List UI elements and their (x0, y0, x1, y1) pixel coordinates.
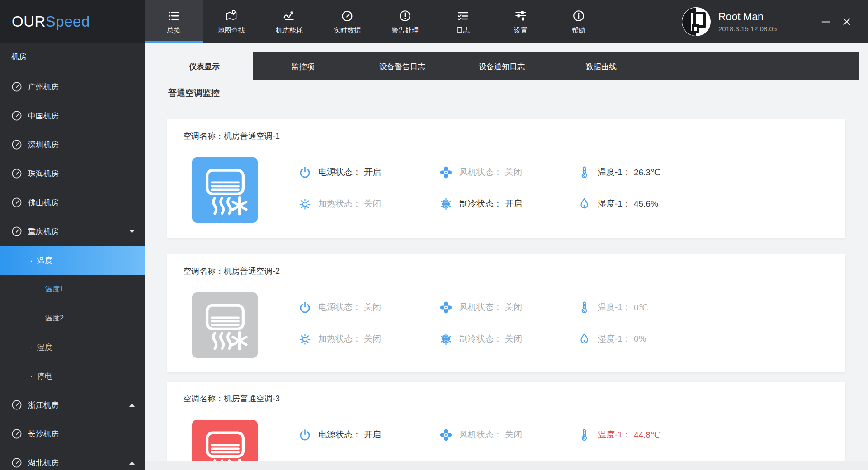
nav-label: 日志 (456, 27, 470, 33)
nav-overview[interactable]: 总揽 (145, 0, 203, 43)
humidity-icon (577, 197, 591, 211)
sidebar-header: 机房 (0, 43, 145, 71)
heat-icon (298, 332, 312, 346)
ac-unit-tile (192, 420, 258, 461)
nav-energy[interactable]: 机房能耗 (260, 0, 318, 43)
ac-unit-tile (192, 157, 258, 223)
sidebar-item-zhejiang[interactable]: 浙江机房 (0, 390, 145, 419)
status-temperature: 温度-1：26.3℃ (577, 164, 660, 180)
fan-icon (439, 428, 453, 442)
humidity-icon (577, 332, 591, 346)
gauge-icon (11, 81, 23, 93)
nav-realtime-data[interactable]: 实时数据 (318, 0, 376, 43)
cool-icon (439, 332, 453, 346)
status-cooling: 制冷状态：关闭 (439, 331, 522, 347)
gauge-icon (11, 139, 23, 150)
tab-monitor-items[interactable]: 监控项 (253, 52, 353, 80)
fan-icon (439, 165, 453, 179)
divider (810, 8, 810, 35)
sidebar-item-temperature[interactable]: · 温度 (0, 246, 145, 275)
user-name: Root Man (718, 11, 807, 23)
bottom-strip (145, 461, 868, 470)
sidebar-item-chongqing[interactable]: 重庆机房 (0, 217, 145, 246)
sidebar-item-hubei[interactable]: 湖北机房 (0, 448, 145, 470)
status-humidity: 湿度-1：0% (577, 331, 646, 347)
ac-card-title: 空调名称：机房普通空调-1 (183, 131, 280, 141)
thermometer-icon (577, 428, 591, 442)
gauge-icon (11, 226, 23, 237)
sidebar-item-power-outage[interactable]: · 停电 (0, 362, 145, 390)
help-icon (572, 9, 585, 22)
brand-text-primary: OUR (12, 13, 46, 30)
gauge-icon (11, 428, 23, 440)
status-heating: 加热状态：关闭 (298, 196, 381, 212)
minimize-button[interactable] (816, 0, 836, 43)
sidebar-item-changsha[interactable]: 长沙机房 (0, 419, 145, 448)
tab-bar: 仪表显示 监控项 设备警告日志 设备通知日志 数据曲线 (156, 52, 859, 80)
avatar[interactable] (682, 7, 711, 36)
close-icon (841, 16, 853, 28)
thermometer-icon (577, 165, 591, 179)
brand-text-accent: Speed (46, 13, 90, 30)
status-fan: 风机状态：关闭 (439, 427, 522, 443)
chevron-up-icon (129, 404, 135, 407)
status-power: 电源状态：关闭 (298, 299, 381, 315)
status-temperature: 温度-1：44.8℃ (577, 427, 660, 443)
sidebar-item-foshan[interactable]: 佛山机房 (0, 188, 145, 217)
status-fan: 风机状态：关闭 (439, 164, 522, 180)
cool-icon (439, 197, 453, 211)
nav-logs[interactable]: 日志 (434, 0, 492, 43)
chevron-up-icon (129, 461, 135, 465)
alert-icon (399, 9, 411, 22)
status-heating: 加热状态：关闭 (298, 331, 381, 347)
ac-card-title: 空调名称：机房普通空调-2 (183, 266, 280, 277)
close-button[interactable] (836, 0, 857, 43)
sidebar-item-china[interactable]: 中国机房 (0, 101, 145, 130)
top-nav: 总揽 地图查找 机房能耗 实时数据 警告处理 日志 设置 帮助 (145, 0, 608, 43)
nav-settings[interactable]: 设置 (492, 0, 550, 43)
tab-device-notice-log[interactable]: 设备通知日志 (452, 52, 552, 80)
sidebar-item-zhuhai[interactable]: 珠海机房 (0, 159, 145, 188)
gauge-icon (11, 168, 23, 179)
datetime: 2018.3.15 12:08:05 (718, 25, 807, 33)
settings-icon (514, 9, 527, 22)
minimize-icon (820, 16, 832, 28)
nav-help[interactable]: 帮助 (550, 0, 608, 43)
fan-icon (439, 301, 453, 315)
status-temperature: 温度-1：0℃ (577, 299, 648, 315)
main-content: 空调名称：机房普通空调-1 电源状态：开启 风机状态：关闭 温度-1：26.3℃… (145, 43, 868, 470)
tab-gauge-display[interactable]: 仪表显示 (156, 52, 253, 80)
tab-device-warning-log[interactable]: 设备警告日志 (353, 52, 452, 80)
sidebar-item-guangzhou[interactable]: 广州机房 (0, 72, 145, 101)
nav-label: 机房能耗 (276, 27, 303, 33)
nav-alert-handling[interactable]: 警告处理 (376, 0, 434, 43)
sidebar-item-humidity[interactable]: · 湿度 (0, 333, 145, 362)
sidebar-item-temperature-1[interactable]: 温度1 (0, 275, 145, 304)
status-cooling: 制冷状态：开启 (439, 196, 522, 212)
nav-label: 总揽 (167, 27, 180, 33)
gauge-icon (11, 197, 23, 208)
user-area: Root Man 2018.3.15 12:08:05 (682, 0, 868, 43)
status-humidity: 湿度-1：45.6% (577, 196, 658, 212)
ac-unit-icon (199, 164, 251, 216)
gauge-icon (11, 399, 23, 411)
bullet-icon: · (30, 343, 33, 351)
power-icon (298, 165, 312, 179)
sidebar: 机房 广州机房 中国机房 深圳机房 珠海机房 佛山机房 重庆机房 · 温度 温度… (0, 43, 145, 470)
status-power: 电源状态：开启 (298, 164, 381, 180)
ac-card-3: 空调名称：机房普通空调-3 电源状态：开启 风机状态：关闭 温度-1：44.8℃… (167, 382, 845, 461)
map-search-icon (225, 9, 238, 22)
tab-data-curve[interactable]: 数据曲线 (552, 52, 651, 80)
sidebar-item-shenzhen[interactable]: 深圳机房 (0, 130, 145, 159)
ac-unit-tile (192, 292, 258, 358)
heat-icon (298, 197, 312, 211)
gauge-icon (11, 110, 23, 122)
thermometer-icon (577, 301, 591, 315)
nav-label: 地图查找 (218, 27, 245, 33)
cards-scroll-area[interactable]: 空调名称：机房普通空调-1 电源状态：开启 风机状态：关闭 温度-1：26.3℃… (145, 43, 868, 461)
overview-icon (167, 9, 180, 22)
realtime-icon (341, 9, 354, 22)
gauge-icon (11, 457, 23, 469)
nav-map-search[interactable]: 地图查找 (203, 0, 260, 43)
sidebar-item-temperature-2[interactable]: 温度2 (0, 304, 145, 333)
